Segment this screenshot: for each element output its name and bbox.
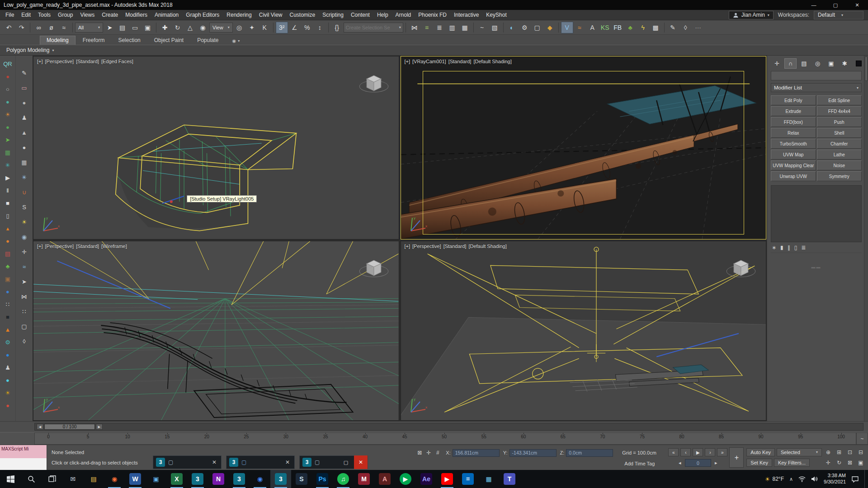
- vray-icon[interactable]: V: [561, 22, 573, 33]
- zoom-all-icon[interactable]: ⊞: [835, 448, 844, 456]
- plant-icon[interactable]: ♣: [624, 22, 637, 33]
- onenote-app[interactable]: N: [208, 470, 229, 488]
- wifi-icon[interactable]: [798, 476, 806, 482]
- crate-icon[interactable]: ▣: [2, 273, 14, 284]
- pan-icon[interactable]: ✛: [824, 459, 833, 467]
- view-cube[interactable]: [724, 255, 758, 282]
- track-bar-ruler[interactable]: 0510152025303540455055606570758085909510…: [34, 432, 856, 445]
- measure-tool-icon[interactable]: ◊: [19, 336, 30, 347]
- hidden-icons-chevron[interactable]: ∧: [789, 476, 793, 482]
- person-scale-icon[interactable]: ♟: [19, 112, 30, 123]
- rectangular-selection-region-icon[interactable]: ▭: [129, 22, 141, 33]
- window-preview[interactable]: 3 ▢ ▢ ✕: [299, 455, 368, 469]
- ribbon-tab[interactable]: Selection: [112, 36, 146, 45]
- start-button[interactable]: [0, 470, 21, 488]
- viewport-label-segment[interactable]: [Standard]: [76, 244, 99, 249]
- zoom-icon[interactable]: ⊕: [824, 448, 833, 456]
- viewport-label-segment[interactable]: [+]: [37, 59, 43, 64]
- more-tools-icon[interactable]: ⋯: [692, 22, 704, 33]
- select-brush-icon[interactable]: ➤: [19, 276, 30, 287]
- schematic-view-icon[interactable]: ▧: [489, 22, 501, 33]
- viewport-label-segment[interactable]: [+]: [405, 244, 410, 249]
- named-selection-set-input[interactable]: [346, 25, 399, 30]
- edit-named-selection-sets-icon[interactable]: {}: [331, 22, 343, 33]
- modifier-button[interactable]: Unwrap UVW: [771, 171, 816, 181]
- maxscript-listener-pink[interactable]: MAXScript Mi: [0, 445, 47, 458]
- cone-primitive-icon[interactable]: ▲: [19, 127, 30, 138]
- play-icon[interactable]: ▶: [2, 172, 14, 183]
- maximize-window-icon[interactable]: ▢: [341, 455, 351, 469]
- key-selection-dropdown[interactable]: Selected ▾: [777, 448, 822, 456]
- curve-editor-icon[interactable]: ~: [476, 22, 488, 33]
- close-button[interactable]: ✕: [846, 0, 868, 10]
- workspace-dropdown[interactable]: Default ▾: [814, 11, 863, 19]
- maxscript-listener-white[interactable]: [0, 458, 47, 470]
- y-coordinate-field[interactable]: -143.341cm: [509, 449, 557, 457]
- zoom-region-icon[interactable]: ⊟: [856, 448, 865, 456]
- layer-manager-icon[interactable]: ≣: [434, 22, 446, 33]
- viewport-perspective-shaded[interactable]: [+][Perspective][Standard][Default Shadi…: [401, 241, 767, 421]
- stop-icon[interactable]: ■: [2, 197, 14, 208]
- undo-icon[interactable]: ↶: [3, 22, 15, 33]
- viewport-label-segment[interactable]: [Standard]: [443, 244, 467, 249]
- selection-filter-dropdown[interactable]: All ▾: [75, 23, 103, 33]
- viewport-label-segment[interactable]: [Perspective]: [412, 244, 441, 249]
- key-filters-button[interactable]: Key Filters...: [774, 459, 810, 467]
- file-explorer-app[interactable]: ▤: [83, 470, 104, 488]
- viewport-label-segment[interactable]: [Edged Faces]: [101, 59, 133, 64]
- ribbon-tab[interactable]: Object Paint: [148, 36, 190, 45]
- maximize-window-icon[interactable]: [194, 455, 204, 469]
- snaps-toggle-icon[interactable]: 3²: [276, 22, 288, 33]
- green-grid-icon[interactable]: ▦: [2, 147, 14, 158]
- volume-icon[interactable]: [811, 476, 818, 482]
- red-sphere2-icon[interactable]: ●: [2, 400, 14, 411]
- percent-snap-icon[interactable]: %: [301, 22, 313, 33]
- menu-item[interactable]: Views: [76, 11, 98, 19]
- youtube-app[interactable]: ▶: [437, 470, 458, 488]
- teal-gear-icon[interactable]: ⚙: [2, 337, 14, 347]
- select-by-name-icon[interactable]: ▤: [116, 22, 128, 33]
- select-and-manipulate-icon[interactable]: ✦: [246, 22, 258, 33]
- frame-back-arrow[interactable]: ◂: [677, 460, 683, 466]
- align-icon[interactable]: ≡: [421, 22, 433, 33]
- menu-item[interactable]: Edit: [18, 11, 34, 19]
- dots-grid-icon[interactable]: ∷: [2, 299, 14, 310]
- modifier-button[interactable]: Edit Spline: [817, 95, 862, 105]
- object-name-field[interactable]: [771, 71, 862, 80]
- close-window-icon[interactable]: ✕: [354, 455, 368, 469]
- teams-app[interactable]: T: [499, 470, 520, 488]
- teapot-primitive-icon[interactable]: ●: [19, 97, 30, 108]
- show-desktop-button[interactable]: [864, 470, 867, 488]
- viewport-label-segment[interactable]: [Wireframe]: [101, 244, 127, 249]
- ribbon-toggle-icon[interactable]: ▦: [459, 22, 471, 33]
- weather-widget[interactable]: ☀ 82°F: [765, 476, 784, 483]
- ring-tool-icon[interactable]: ○: [2, 84, 14, 94]
- 3dsmax-app-3[interactable]: 3: [270, 470, 291, 488]
- maximize-window-icon[interactable]: [268, 455, 278, 469]
- open-mini-curve-editor-icon[interactable]: ~: [856, 432, 868, 445]
- keyboard-override-icon[interactable]: K: [259, 22, 271, 33]
- 3dsmax-app-2[interactable]: 3: [229, 470, 250, 488]
- action-center-icon[interactable]: [851, 476, 859, 483]
- ribbon-tab[interactable]: Freeform: [76, 36, 111, 45]
- red-stack-icon[interactable]: ▤: [2, 248, 14, 259]
- viewport-label-segment[interactable]: [Standard]: [76, 59, 99, 64]
- calculator-app[interactable]: =: [458, 470, 478, 488]
- measure-icon[interactable]: ◊: [679, 22, 692, 33]
- phoenix-icon[interactable]: ≈: [574, 22, 586, 33]
- mirror-icon[interactable]: ⋈: [408, 22, 420, 33]
- modifier-button[interactable]: FFD(box): [771, 117, 816, 127]
- viewport-label-segment[interactable]: [Perspective]: [45, 244, 74, 249]
- select-and-move-icon[interactable]: ✚: [159, 22, 171, 33]
- rendered-frame-window-icon[interactable]: ▢: [531, 22, 543, 33]
- person-icon[interactable]: ♟: [2, 362, 14, 373]
- menu-item[interactable]: Graph Editors: [182, 11, 223, 19]
- zoom-extents-icon[interactable]: ⊡: [845, 448, 854, 456]
- add-time-tag-button[interactable]: Add Time Tag: [624, 461, 655, 466]
- select-and-rotate-icon[interactable]: ↻: [171, 22, 184, 33]
- spinner-snap-icon[interactable]: ↕: [314, 22, 326, 33]
- snapshot-tool-icon[interactable]: ▢: [19, 321, 30, 332]
- menu-item[interactable]: Customize: [286, 11, 319, 19]
- plant-icon[interactable]: ♣: [2, 261, 14, 272]
- view-cube[interactable]: [357, 70, 391, 97]
